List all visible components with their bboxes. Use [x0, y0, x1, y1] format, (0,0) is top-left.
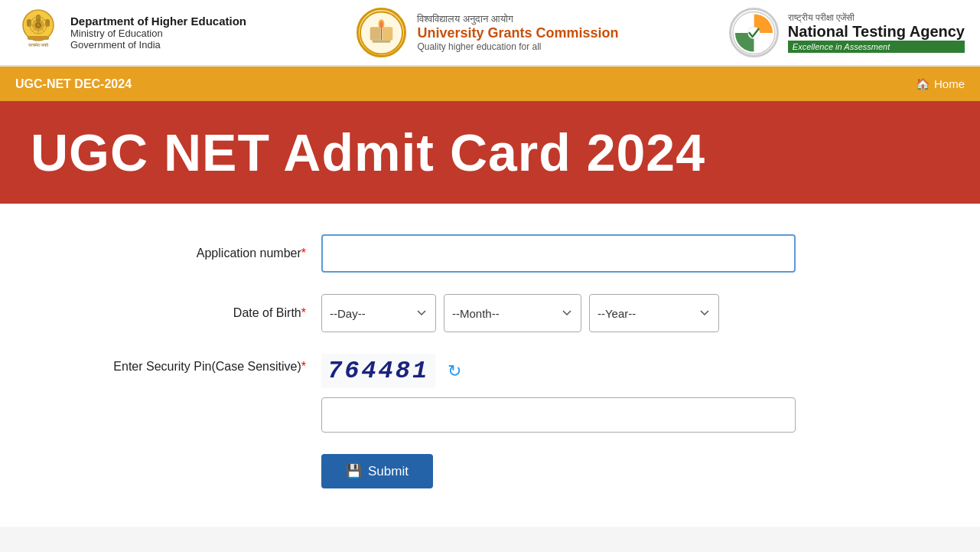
nta-logo-icon [729, 8, 779, 57]
svg-rect-3 [27, 19, 31, 27]
ashoka-emblem-icon: सत्यमेव जयते [15, 8, 61, 57]
nav-title: UGC-NET DEC-2024 [15, 77, 132, 91]
ugc-hindi-text: विश्वविद्यालय अनुदान आयोग [417, 13, 618, 25]
security-pin-input[interactable] [321, 397, 796, 433]
refresh-captcha-icon[interactable]: ↻ [448, 361, 461, 381]
submit-icon: 💾 [346, 463, 362, 479]
home-icon: 🏠 [916, 77, 930, 91]
svg-rect-15 [370, 27, 381, 41]
nta-english-text: National Testing Agency [788, 23, 965, 41]
svg-rect-4 [45, 19, 50, 27]
day-select[interactable]: --Day-- [321, 294, 436, 332]
admit-card-banner: UGC NET Admit Card 2024 [0, 101, 980, 204]
nav-bar: UGC-NET DEC-2024 🏠 Home [0, 67, 980, 101]
submit-button[interactable]: 💾 Submit [321, 454, 433, 488]
submit-label: Submit [368, 464, 409, 479]
dob-label: Date of Birth* [61, 306, 321, 320]
header-center: विश्वविद्यालय अनुदान आयोग University Gra… [357, 8, 618, 57]
govt-name: Government of India [70, 39, 246, 51]
dept-text: Department of Higher Education Ministry … [70, 15, 246, 51]
application-number-row: Application number* [61, 234, 919, 273]
required-marker: * [301, 247, 306, 260]
nta-hindi-text: राष्ट्रीय परीक्षा एजेंसी [788, 12, 965, 23]
svg-text:सत्यमेव जयते: सत्यमेव जयते [28, 42, 50, 47]
dob-selects: --Day-- --Month-- --Year-- [321, 294, 719, 332]
ugc-logo-icon [357, 8, 406, 57]
svg-rect-6 [28, 36, 49, 40]
security-section: 764481 ↻ [321, 354, 796, 433]
nta-tagline-text: Excellence in Assessment [788, 41, 965, 53]
ugc-text: विश्वविद्यालय अनुदान आयोग University Gra… [417, 13, 618, 52]
banner-title: UGC NET Admit Card 2024 [31, 122, 949, 182]
dob-required-marker: * [301, 306, 306, 319]
dept-name: Department of Higher Education [70, 15, 246, 28]
admit-card-form: Application number* Date of Birth* --Day… [0, 204, 980, 527]
security-required-marker: * [301, 360, 306, 373]
ugc-tagline-text: Quality higher education for all [417, 41, 618, 52]
application-number-label: Application number* [61, 247, 321, 260]
security-pin-label: Enter Security Pin(Case Sensitive)* [61, 354, 321, 374]
home-label: Home [934, 77, 965, 90]
date-of-birth-row: Date of Birth* --Day-- --Month-- --Year-… [61, 294, 919, 332]
year-select[interactable]: --Year-- [589, 294, 719, 332]
nta-text: राष्ट्रीय परीक्षा एजेंसी National Testin… [788, 12, 965, 53]
header-right: राष्ट्रीय परीक्षा एजेंसी National Testin… [729, 8, 965, 57]
ministry-name: Ministry of Education [70, 28, 246, 39]
application-number-input[interactable] [321, 234, 796, 273]
captcha-text: 764481 [321, 354, 435, 388]
security-pin-row: Enter Security Pin(Case Sensitive)* 7644… [61, 354, 919, 433]
page-header: सत्यमेव जयते Department of Higher Educat… [0, 0, 980, 67]
home-link[interactable]: 🏠 Home [916, 77, 965, 91]
ugc-english-text: University Grants Commission [417, 25, 618, 41]
svg-rect-16 [383, 27, 393, 41]
header-left: सत्यमेव जयते Department of Higher Educat… [15, 8, 246, 57]
svg-rect-20 [373, 40, 391, 42]
svg-point-19 [380, 21, 383, 28]
captcha-area: 764481 ↻ [321, 354, 796, 388]
month-select[interactable]: --Month-- [444, 294, 581, 332]
